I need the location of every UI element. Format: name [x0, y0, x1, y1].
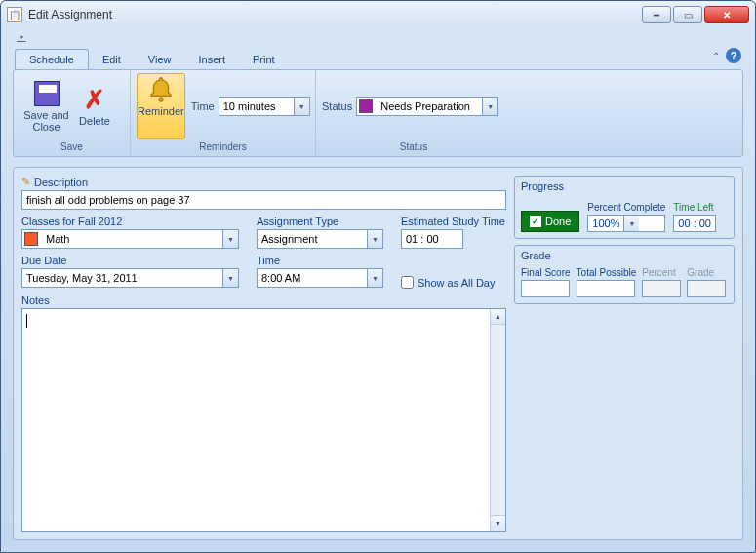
window-title: Edit Assignment [28, 8, 640, 21]
status-value: Needs Preparation [377, 98, 482, 115]
scrollbar[interactable]: ▲ ▼ [490, 309, 505, 531]
close-button[interactable]: ✕ [704, 6, 749, 23]
final-score-label: Final Score [521, 267, 571, 278]
scroll-down-button[interactable]: ▼ [491, 515, 505, 531]
qat-dropdown[interactable]: ▾ [17, 32, 26, 42]
ribbon-group-reminders: Reminder Time 10 minutes ▼ Reminders [131, 70, 316, 156]
total-possible-input[interactable] [577, 280, 635, 297]
percent-complete-combo[interactable]: 100% ▼ [587, 215, 665, 232]
window-buttons: ━ ▭ ✕ [640, 6, 749, 23]
chevron-down-icon[interactable]: ▼ [222, 269, 238, 287]
ribbon-group-status-label: Status [322, 140, 505, 156]
reminder-time-label: Time [191, 100, 215, 112]
notes-textarea[interactable]: ▲ ▼ [21, 308, 506, 532]
reminder-label: Reminder [138, 105, 184, 117]
text-cursor [26, 314, 27, 328]
status-label: Status [322, 100, 352, 112]
notes-section: Notes ▲ ▼ [21, 295, 506, 532]
collapse-ribbon-button[interactable]: ⌃ [712, 51, 720, 61]
grade-title: Grade [521, 250, 728, 261]
chevron-down-icon[interactable]: ▼ [294, 98, 309, 115]
grade-label: Grade [687, 267, 726, 278]
all-day-label: Show as All Day [418, 277, 495, 289]
window: 📋 Edit Assignment ━ ▭ ✕ ▾ Schedule Edit … [0, 0, 756, 553]
type-value: Assignment [258, 230, 367, 248]
tab-schedule[interactable]: Schedule [15, 49, 89, 69]
grade-output [687, 280, 726, 297]
check-icon: ✓ [530, 216, 541, 227]
scroll-up-button[interactable]: ▲ [491, 309, 505, 325]
app-icon: 📋 [7, 7, 22, 22]
chevron-down-icon[interactable]: ▼ [482, 98, 497, 115]
all-day-checkbox[interactable] [401, 276, 414, 289]
class-value: Math [42, 230, 222, 248]
left-column: ✎ Description Classes for Fall 2012 Math… [21, 176, 506, 532]
type-label: Assignment Type [257, 216, 383, 227]
final-score-input[interactable] [521, 280, 570, 297]
status-combo[interactable]: Needs Preparation ▼ [356, 97, 498, 116]
notes-label: Notes [21, 295, 506, 306]
right-column: Progress ✓ Done Percent Complete 100% [514, 176, 735, 532]
grade-group: Grade Final Score Total Possible Percent [514, 245, 735, 304]
type-combo[interactable]: Assignment ▼ [257, 229, 383, 249]
minimize-button[interactable]: ━ [642, 6, 671, 23]
chevron-down-icon[interactable]: ▼ [367, 269, 382, 287]
progress-title: Progress [521, 180, 728, 192]
tab-edit[interactable]: Edit [89, 50, 135, 69]
status-color-swatch [359, 99, 373, 113]
tab-insert[interactable]: Insert [185, 50, 240, 69]
time-label: Time [257, 255, 383, 266]
maximize-button[interactable]: ▭ [673, 6, 702, 23]
done-button[interactable]: ✓ Done [521, 211, 579, 232]
titlebar: 📋 Edit Assignment ━ ▭ ✕ [1, 1, 755, 28]
tab-view[interactable]: View [135, 50, 185, 69]
est-label: Estimated Study Time [401, 216, 506, 227]
percent-complete-label: Percent Complete [587, 202, 665, 213]
class-label: Classes for Fall 2012 [21, 216, 239, 227]
class-combo[interactable]: Math ▼ [21, 229, 239, 249]
svg-point-0 [159, 98, 163, 101]
ribbon-group-save-label: Save [20, 140, 124, 156]
chevron-down-icon[interactable]: ▼ [222, 230, 238, 248]
ribbon-group-status: Status Needs Preparation ▼ Status [316, 70, 511, 156]
save-icon [34, 81, 60, 106]
percent-output [642, 280, 681, 297]
percent-complete-value: 100% [588, 216, 623, 231]
tab-print[interactable]: Print [239, 50, 289, 69]
time-left-value: 00 : 00 [673, 215, 716, 232]
save-and-close-label: Save and Close [20, 109, 73, 133]
est-time-value: 01 : 00 [402, 230, 451, 248]
time-left-label: Time Left [673, 202, 716, 213]
due-date-label: Due Date [21, 255, 239, 266]
done-label: Done [545, 216, 571, 227]
quick-access-toolbar: ▾ [1, 28, 755, 46]
description-input[interactable] [21, 190, 506, 210]
delete-label: Delete [79, 115, 110, 127]
ribbon-group-reminders-label: Reminders [137, 140, 309, 156]
est-time-input[interactable]: 01 : 00 [401, 229, 463, 249]
pencil-icon: ✎ [21, 176, 30, 188]
chevron-down-icon[interactable]: ▼ [367, 230, 382, 248]
ribbon-group-save: Save and Close ✗ Delete Save [14, 70, 131, 156]
bell-icon [146, 76, 176, 103]
class-color-swatch [24, 232, 38, 246]
time-value: 8:00 AM [258, 269, 367, 287]
help-button[interactable]: ? [726, 48, 741, 63]
due-date-value: Tuesday, May 31, 2011 [22, 269, 222, 287]
reminder-button[interactable]: Reminder [137, 73, 185, 139]
ribbon: Save and Close ✗ Delete Save Reminder Ti [13, 69, 743, 157]
delete-icon: ✗ [84, 85, 105, 115]
form-body: ✎ Description Classes for Fall 2012 Math… [13, 167, 743, 540]
chevron-down-icon[interactable]: ▼ [623, 216, 639, 231]
progress-group: Progress ✓ Done Percent Complete 100% [514, 176, 735, 239]
save-and-close-button[interactable]: Save and Close [20, 78, 73, 135]
time-combo[interactable]: 8:00 AM ▼ [257, 268, 383, 288]
percent-label: Percent [642, 267, 681, 278]
delete-button[interactable]: ✗ Delete [73, 84, 116, 129]
reminder-time-value: 10 minutes [219, 98, 294, 115]
description-label: ✎ Description [21, 176, 506, 188]
ribbon-tabs: Schedule Edit View Insert Print ⌃ ? [1, 46, 755, 69]
due-date-combo[interactable]: Tuesday, May 31, 2011 ▼ [21, 268, 239, 288]
total-possible-label: Total Possible [577, 267, 637, 278]
reminder-time-combo[interactable]: 10 minutes ▼ [219, 97, 310, 116]
